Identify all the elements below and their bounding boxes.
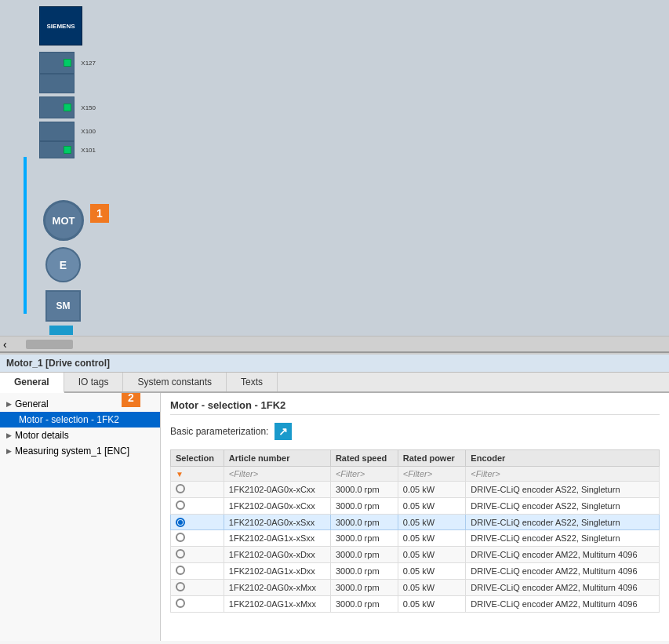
bottom-panel: Motor_1 [Drive control] General IO tags … [0,353,669,644]
tree-item-motor-selection[interactable]: Motor - selection - 1FK2 [0,412,160,428]
power-cell: 0.05 kW [398,547,466,563]
encoder-cell: DRIVE-CLiQ encoder AS22, Singleturn [466,530,660,547]
col-selection: Selection [171,450,224,467]
diagram-area: SIEMENS X127 X150 X100 X101 MOT 1 E [0,0,669,353]
speed-cell: 3000.0 rpm [330,530,398,547]
tab-general[interactable]: General [0,373,64,393]
power-cell: 0.05 kW [398,515,466,530]
power-cell: 0.05 kW [398,482,466,498]
tree-label-motor-selection: Motor - selection - 1FK2 [19,414,119,425]
power-cell: 0.05 kW [398,563,466,580]
radio-cell[interactable] [171,482,224,498]
panel-title-bar: Motor_1 [Drive control] [0,355,669,373]
connector-x127 [64,59,71,67]
table-row[interactable]: 1FK2102-0AG1x-xDxx 3000.0 rpm 0.05 kW DR… [171,563,660,580]
port-label-x150: X150 [81,104,96,111]
table-row[interactable]: 1FK2102-0AG1x-xMxx 3000.0 rpm 0.05 kW DR… [171,596,660,613]
e-circle[interactable]: E [45,247,81,282]
tree-label-motor-details: Motor details [15,430,69,441]
filter-power[interactable]: <Filter> [398,467,466,482]
badge-2: 2 [122,393,140,407]
tree-item-motor-details[interactable]: ▶ Motor details [0,428,160,443]
table-container: Selection Article number Rated speed Rat… [170,449,660,613]
tree-label-general: General [15,398,49,409]
sm-block[interactable]: SM [45,290,81,322]
panel-title: Motor_1 [Drive control] [6,358,110,369]
tree-label-measuring-system: Measuring system_1 [ENC] [15,446,129,457]
table-row-selected[interactable]: 1FK2102-0AG0x-xSxx 3000.0 rpm 0.05 kW DR… [171,515,660,530]
port-label-x127: X127 [81,60,96,67]
encoder-cell: DRIVE-CLiQ encoder AS22, Singleturn [466,482,660,498]
scroll-left-btn[interactable]: ‹ [0,338,10,351]
radio-cell[interactable] [171,580,224,596]
speed-cell: 3000.0 rpm [330,563,398,580]
filter-speed[interactable]: <Filter> [330,467,398,482]
scroll-bar[interactable]: ‹ [0,336,669,351]
filter-icon-cell: ▼ [171,467,224,482]
radio-btn[interactable] [176,599,185,608]
device-block-x100: X100 [39,122,75,141]
radio-cell[interactable] [171,498,224,515]
speed-cell: 3000.0 rpm [330,482,398,498]
tree-arrow-motor-details: ▶ [6,431,12,439]
encoder-cell: DRIVE-CLiQ encoder AS22, Singleturn [466,515,660,530]
tree-item-measuring-system[interactable]: ▶ Measuring system_1 [ENC] [0,443,160,459]
article-cell: 1FK2102-0AG0x-xMxx [224,580,330,596]
filter-encoder[interactable]: <Filter> [466,467,660,482]
encoder-cell: DRIVE-CLiQ encoder AS22, Singleturn [466,498,660,515]
radio-cell[interactable] [171,596,224,613]
scroll-thumb[interactable] [26,340,73,349]
article-cell: 1FK2102-0AG0x-xDxx [224,547,330,563]
article-cell: 1FK2102-0AG1x-xSxx [224,530,330,547]
connector-x101 [64,146,71,154]
main-content: ▶ General Motor - selection - 1FK2 ▶ Mot… [0,393,669,641]
encoder-cell: DRIVE-CLiQ encoder AM22, Multiturn 4096 [466,596,660,613]
sidebar-tree: ▶ General Motor - selection - 1FK2 ▶ Mot… [0,393,161,641]
filter-article[interactable]: <Filter> [224,467,330,482]
power-cell: 0.05 kW [398,596,466,613]
power-cell: 0.05 kW [398,498,466,515]
port-label-x101: X101 [81,147,96,154]
radio-cell[interactable] [171,547,224,563]
encoder-cell: DRIVE-CLiQ encoder AM22, Multiturn 4096 [466,580,660,596]
device-column: SIEMENS X127 X150 X100 X101 [39,6,82,158]
basic-param-icon[interactable]: ↗ [275,423,292,440]
radio-btn[interactable] [176,549,185,558]
power-cell: 0.05 kW [398,580,466,596]
article-cell: 1FK2102-0AG1x-xMxx [224,596,330,613]
table-row[interactable]: 1FK2102-0AG0x-xCxx 3000.0 rpm 0.05 kW DR… [171,482,660,498]
radio-cell-selected[interactable] [171,515,224,530]
table-row[interactable]: 1FK2102-0AG1x-xSxx 3000.0 rpm 0.05 kW DR… [171,530,660,547]
article-cell: 1FK2102-0AG0x-xSxx [224,515,330,530]
radio-btn[interactable] [176,582,185,591]
tab-io-tags[interactable]: IO tags [64,373,124,391]
table-row[interactable]: 1FK2102-0AG0x-xDxx 3000.0 rpm 0.05 kW DR… [171,547,660,563]
tab-texts[interactable]: Texts [227,373,278,391]
col-article: Article number [224,450,330,467]
radio-btn[interactable] [176,484,185,493]
article-cell: 1FK2102-0AG0x-xCxx [224,482,330,498]
detail-area: Motor - selection - 1FK2 Basic parameter… [161,393,669,641]
col-power: Rated power [398,450,466,467]
radio-cell[interactable] [171,530,224,547]
radio-btn[interactable] [176,500,185,510]
speed-cell: 3000.0 rpm [330,515,398,530]
radio-cell[interactable] [171,563,224,580]
speed-cell: 3000.0 rpm [330,498,398,515]
tab-system-constants[interactable]: System constants [123,373,227,391]
radio-btn[interactable] [176,566,185,575]
speed-cell: 3000.0 rpm [330,547,398,563]
article-cell: 1FK2102-0AG1x-xDxx [224,563,330,580]
speed-cell: 3000.0 rpm [330,596,398,613]
mot-circle[interactable]: MOT [43,200,84,241]
radio-btn[interactable] [176,533,185,542]
article-cell: 1FK2102-0AG0x-xCxx [224,498,330,515]
tabs-bar: General IO tags System constants Texts [0,373,669,393]
encoder-cell: DRIVE-CLiQ encoder AM22, Multiturn 4096 [466,547,660,563]
table-row[interactable]: 1FK2102-0AG0x-xCxx 3000.0 rpm 0.05 kW DR… [171,498,660,515]
table-row[interactable]: 1FK2102-0AG0x-xMxx 3000.0 rpm 0.05 kW DR… [171,580,660,596]
motor-table: Selection Article number Rated speed Rat… [170,449,660,613]
basic-param-row: Basic parameterization: ↗ [170,423,660,440]
radio-btn-selected[interactable] [176,518,185,527]
col-encoder: Encoder [466,450,660,467]
